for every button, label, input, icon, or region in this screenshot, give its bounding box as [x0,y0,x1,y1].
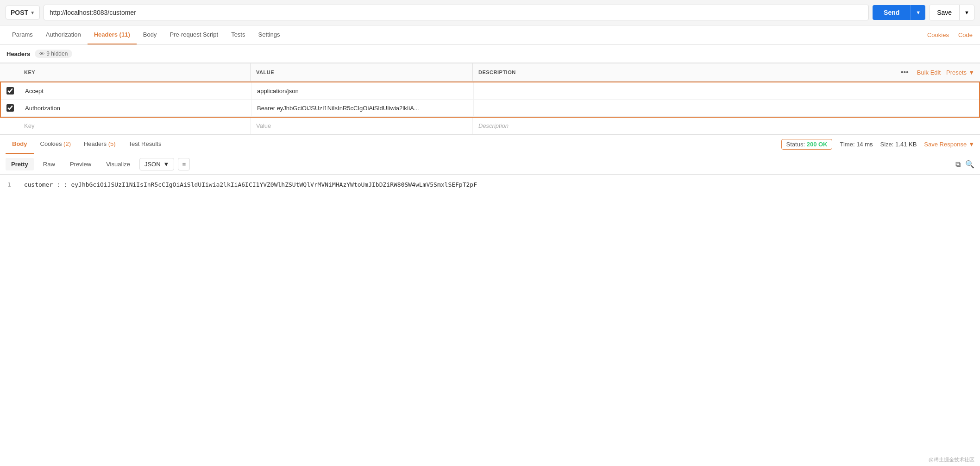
response-tabs-bar: Body Cookies (2) Headers (5) Test Result… [0,135,980,154]
headers-label-row: Headers 👁 9 hidden [0,45,980,63]
empty-row: Key Value Description [0,118,980,134]
tab-headers[interactable]: Headers (11) [88,25,137,44]
wrap-button[interactable]: ≡ [178,158,190,170]
size-label: Size: [880,141,894,148]
method-label: POST [11,9,28,16]
empty-value-placeholder: Value [256,122,271,129]
eye-icon: 👁 [39,51,44,57]
accept-desc-cell [473,82,979,99]
search-icon[interactable]: 🔍 [965,160,974,169]
auth-key-cell: Authorization [19,100,251,116]
url-input[interactable] [44,5,869,20]
auth-value-cell: Bearer eyJhbGciOiJSUzI1NiIsInR5cCIgOiAiS… [251,100,473,116]
empty-desc-cell[interactable]: Description [472,118,980,134]
json-format-select[interactable]: JSON ▼ [139,158,175,170]
col-header-actions: ••• Bulk Edit Presets ▼ [878,63,980,81]
empty-key-placeholder: Key [24,122,34,129]
time-section: Time: 14 ms [840,141,873,148]
line-number: 1 [7,181,11,188]
hidden-badge: 👁 9 hidden [35,50,72,58]
time-label: Time: [840,141,854,148]
response-content: customer : : eyJhbGciOiJSUzI1NiIsInR5cCI… [24,181,477,188]
highlighted-rows-group: Accept application/json Authorization Be… [0,82,980,118]
format-tab-pretty[interactable]: Pretty [6,158,34,170]
status-value: 200 OK [807,141,828,148]
auth-checkbox-cell[interactable] [1,100,19,116]
table-header-row: KEY VALUE DESCRIPTION ••• Bulk Edit Pres… [0,63,980,82]
tab-authorization[interactable]: Authorization [39,25,88,44]
save-dropdown-button[interactable]: ▼ [959,5,974,20]
table-row: Accept application/json [1,82,979,100]
response-body-toolbar: Pretty Raw Preview Visualize JSON ▼ ≡ ⧉ … [0,154,980,175]
status-container: Status: 200 OK [781,139,833,150]
copy-button[interactable]: ⧉ [955,160,961,169]
send-btn-group: Send ▼ [873,5,925,20]
cookies-link[interactable]: Cookies [925,26,951,44]
time-value: 14 ms [856,141,873,148]
method-chevron-icon: ▼ [30,10,35,15]
more-options-button[interactable]: ••• [898,67,911,77]
auth-key: Authorization [25,105,60,112]
auth-checkbox[interactable] [6,104,14,112]
tab-params[interactable]: Params [6,25,39,44]
auth-desc-cell [473,100,979,116]
accept-key: Accept [25,88,44,94]
col-header-value: VALUE [250,63,472,81]
save-response-button[interactable]: Save Response ▼ [924,141,974,148]
accept-checkbox[interactable] [6,87,14,94]
method-select[interactable]: POST ▼ [6,6,40,19]
auth-value: Bearer eyJhbGciOiJSUzI1NiIsInR5cCIgOiAiS… [257,105,419,112]
status-label: Status: [786,141,805,148]
empty-desc-placeholder: Description [478,122,509,129]
headers-table: KEY VALUE DESCRIPTION ••• Bulk Edit Pres… [0,63,980,135]
response-code-view: 1 customer : : eyJhbGciOiJSUzI1NiIsInR5c… [0,175,980,195]
table-row: Authorization Bearer eyJhbGciOiJSUzI1NiI… [1,100,979,117]
tab-prerequest[interactable]: Pre-request Script [163,25,225,44]
bulk-edit-button[interactable]: Bulk Edit [917,69,941,76]
size-section: Size: 1.41 KB [880,141,917,148]
headers-label: Headers [6,50,30,57]
save-button[interactable]: Save [930,5,959,20]
response-meta: Status: 200 OK Time: 14 ms Size: 1.41 KB… [781,139,974,150]
tab-tests[interactable]: Tests [225,25,251,44]
send-dropdown-button[interactable]: ▼ [911,5,925,20]
resp-tab-headers[interactable]: Headers (5) [77,135,122,154]
size-value: 1.41 KB [895,141,917,148]
presets-button[interactable]: Presets ▼ [946,69,974,76]
tab-settings[interactable]: Settings [251,25,286,44]
format-tab-preview[interactable]: Preview [64,158,97,170]
format-tab-visualize[interactable]: Visualize [101,158,136,170]
accept-checkbox-cell[interactable] [1,82,19,99]
accept-value: application/json [257,88,299,94]
top-bar: POST ▼ Send ▼ Save ▼ [0,0,980,25]
code-link[interactable]: Code [956,26,974,44]
empty-checkbox-cell [0,118,19,134]
nav-right-links: Cookies Code [925,26,974,44]
wrap-icon: ≡ [182,161,186,168]
accept-key-cell: Accept [19,82,251,99]
resp-tab-body[interactable]: Body [6,135,34,154]
format-tab-raw[interactable]: Raw [38,158,61,170]
send-button[interactable]: Send [873,5,911,20]
resp-tab-test-results[interactable]: Test Results [122,135,168,154]
resp-tab-cookies[interactable]: Cookies (2) [34,135,77,154]
col-header-description: DESCRIPTION [472,63,878,81]
hidden-count: 9 hidden [46,50,68,57]
nav-tabs: Params Authorization Headers (11) Body P… [0,25,980,45]
col-header-key: KEY [19,63,250,81]
response-body-icons: ⧉ 🔍 [955,160,974,169]
tab-body[interactable]: Body [137,25,163,44]
accept-value-cell: application/json [251,82,473,99]
col-header-check [0,63,19,81]
empty-key-cell[interactable]: Key [19,118,250,134]
empty-value-cell[interactable]: Value [250,118,472,134]
save-btn-group: Save ▼ [929,5,974,20]
